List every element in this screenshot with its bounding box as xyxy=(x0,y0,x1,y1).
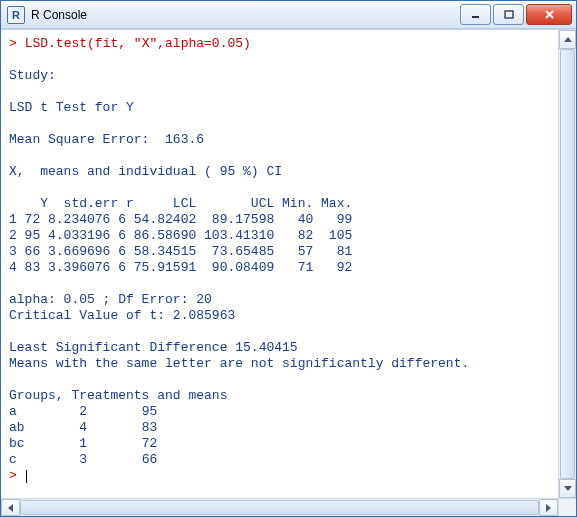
maximize-button[interactable] xyxy=(493,4,524,25)
scroll-up-button[interactable] xyxy=(559,30,576,49)
chevron-right-icon xyxy=(546,504,551,512)
client-area: > LSD.test(fit, "X",alpha=0.05) Study: L… xyxy=(1,29,576,498)
output-line: Least Significant Difference 15.40415 xyxy=(9,340,298,355)
prompt: > xyxy=(9,468,25,483)
table-row: c 3 66 xyxy=(9,452,165,467)
window-buttons xyxy=(460,4,572,25)
chevron-up-icon xyxy=(564,37,572,42)
scroll-thumb[interactable] xyxy=(560,49,575,479)
table-row: 1 72 8.234076 6 54.82402 89.17598 40 99 xyxy=(9,212,352,227)
resize-grip[interactable] xyxy=(558,499,576,516)
scroll-down-button[interactable] xyxy=(559,479,576,498)
text-cursor xyxy=(26,470,27,483)
r-console-window: R R Console > LSD.test(fit, "X",alpha=0.… xyxy=(0,0,577,517)
output-line: Means with the same letter are not signi… xyxy=(9,356,469,371)
r-app-icon: R xyxy=(7,6,25,24)
output-line: alpha: 0.05 ; Df Error: 20 xyxy=(9,292,212,307)
titlebar[interactable]: R R Console xyxy=(1,1,576,29)
output-line: Groups, Treatments and means xyxy=(9,388,227,403)
table-row: a 2 95 xyxy=(9,404,165,419)
output-line: Study: xyxy=(9,68,56,83)
window-title: R Console xyxy=(31,8,460,22)
output-line: LSD t Test for Y xyxy=(9,100,134,115)
horizontal-scrollbar[interactable] xyxy=(1,498,576,516)
table-row: 3 66 3.669696 6 58.34515 73.65485 57 81 xyxy=(9,244,352,259)
svg-rect-1 xyxy=(505,11,513,18)
scroll-track[interactable] xyxy=(559,49,576,479)
table-row: 4 83 3.396076 6 75.91591 90.08409 71 92 xyxy=(9,260,352,275)
scroll-track[interactable] xyxy=(20,499,539,516)
output-line: Mean Square Error: 163.6 xyxy=(9,132,204,147)
table-row: 2 95 4.033196 6 86.58690 103.41310 82 10… xyxy=(9,228,352,243)
scroll-left-button[interactable] xyxy=(1,499,20,516)
scroll-thumb[interactable] xyxy=(20,500,539,515)
close-button[interactable] xyxy=(526,4,572,25)
command-line: LSD.test(fit, "X",alpha=0.05) xyxy=(25,36,251,51)
table-row: bc 1 72 xyxy=(9,436,165,451)
close-icon xyxy=(544,9,555,20)
table-row: ab 4 83 xyxy=(9,420,165,435)
console-output[interactable]: > LSD.test(fit, "X",alpha=0.05) Study: L… xyxy=(1,30,558,498)
chevron-down-icon xyxy=(564,486,572,491)
output-line: Critical Value of t: 2.085963 xyxy=(9,308,235,323)
chevron-left-icon xyxy=(8,504,13,512)
svg-rect-0 xyxy=(472,16,479,18)
minimize-icon xyxy=(471,10,481,20)
output-line: X, means and individual ( 95 %) CI xyxy=(9,164,282,179)
table-header: Y std.err r LCL UCL Min. Max. xyxy=(9,196,352,211)
scroll-right-button[interactable] xyxy=(539,499,558,516)
minimize-button[interactable] xyxy=(460,4,491,25)
maximize-icon xyxy=(504,10,514,20)
vertical-scrollbar[interactable] xyxy=(558,30,576,498)
prompt: > xyxy=(9,36,17,51)
